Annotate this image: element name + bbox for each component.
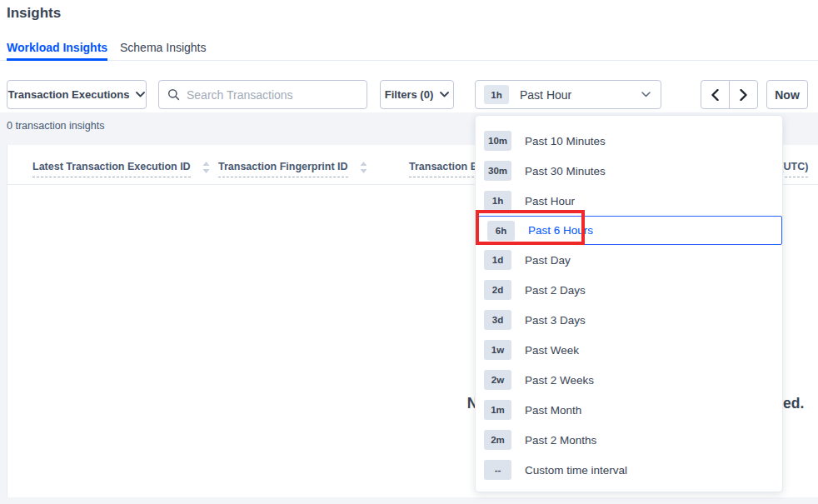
- time-option-label: Past 3 Days: [525, 314, 586, 327]
- time-option[interactable]: 10m Past 10 Minutes: [476, 126, 782, 156]
- time-option-label: Past 10 Minutes: [525, 135, 606, 147]
- column-header[interactable]: Latest Transaction Execution ID: [32, 161, 210, 177]
- time-option[interactable]: 2d Past 2 Days: [476, 275, 782, 305]
- time-option-badge: 3d: [484, 310, 511, 330]
- time-option[interactable]: 3d Past 3 Days: [476, 305, 782, 335]
- time-option-label: Past 6 Hours: [528, 224, 593, 237]
- time-option-badge: 6h: [487, 221, 515, 241]
- tab-schema-insights[interactable]: Schema Insights: [120, 41, 207, 61]
- time-option-label: Past 30 Minutes: [525, 165, 606, 177]
- now-button[interactable]: Now: [766, 80, 808, 109]
- next-range-button[interactable]: [730, 81, 757, 108]
- time-option-label: Past Hour: [525, 195, 575, 207]
- insights-count: 0 transaction insights: [7, 120, 104, 132]
- time-option-label: Past Day: [525, 254, 571, 267]
- sort-icon[interactable]: [202, 162, 210, 173]
- page-header: Insights Workload Insights Schema Insigh…: [0, 0, 818, 112]
- time-interval-label: Past Hour: [520, 88, 631, 102]
- time-option-badge: 1h: [484, 191, 511, 211]
- time-option[interactable]: 2w Past 2 Weeks: [476, 365, 782, 395]
- time-interval-badge: 1h: [484, 85, 509, 104]
- filters-button[interactable]: Filters (0): [380, 80, 454, 109]
- time-option-badge: 10m: [484, 131, 511, 151]
- time-option[interactable]: -- Custom time interval: [476, 455, 782, 485]
- time-option-badge: 2d: [484, 280, 511, 300]
- page-title: Insights: [7, 5, 61, 22]
- sort-icon[interactable]: [360, 162, 367, 173]
- time-option-badge: 1d: [484, 250, 511, 270]
- time-option[interactable]: 2m Past 2 Months: [476, 425, 782, 455]
- tab-bar: Workload Insights Schema Insights: [0, 38, 818, 61]
- time-option[interactable]: 1w Past Week: [476, 335, 782, 365]
- time-option-label: Past Week: [525, 344, 579, 357]
- time-option[interactable]: 1d Past Day: [476, 245, 782, 275]
- time-option-badge: 1m: [484, 400, 511, 420]
- time-interval-select[interactable]: 1h Past Hour: [475, 80, 661, 109]
- time-interval-dropdown: 10m Past 10 Minutes 30m Past 30 Minutes …: [475, 115, 783, 492]
- column-header-label: Latest Transaction Execution ID: [32, 161, 191, 177]
- time-option-label: Custom time interval: [525, 464, 627, 477]
- previous-range-button[interactable]: [701, 81, 730, 108]
- time-option[interactable]: 30m Past 30 Minutes: [476, 156, 782, 186]
- time-option[interactable]: 6h Past 6 Hours: [478, 216, 782, 245]
- time-option-label: Past 2 Weeks: [525, 374, 594, 387]
- search-input[interactable]: [187, 88, 358, 102]
- execution-type-select[interactable]: Transaction Executions: [7, 80, 147, 109]
- search-icon: [167, 88, 180, 101]
- column-header[interactable]: Transaction Fingerprint ID: [218, 161, 367, 177]
- chevron-down-icon: [641, 92, 651, 97]
- insights-page: Insights Workload Insights Schema Insigh…: [0, 0, 818, 504]
- time-option-badge: 30m: [484, 161, 511, 181]
- chevron-left-icon: [711, 89, 719, 101]
- time-option-badge: 2m: [484, 430, 511, 450]
- chevron-right-icon: [740, 89, 747, 101]
- search-box: [158, 80, 367, 109]
- time-option[interactable]: 1m Past Month: [476, 395, 782, 425]
- time-option-badge: 1w: [484, 340, 511, 360]
- time-option-label: Past Month: [525, 404, 581, 417]
- time-range-arrows: [701, 80, 758, 109]
- column-header-label: Transaction Fingerprint ID: [218, 161, 348, 177]
- chevron-down-icon: [440, 92, 449, 97]
- time-option-badge: --: [484, 460, 511, 480]
- time-option-badge: 2w: [484, 370, 511, 390]
- chevron-down-icon: [136, 92, 145, 97]
- time-option[interactable]: 1h Past Hour: [476, 186, 782, 216]
- execution-type-label: Transaction Executions: [8, 88, 130, 101]
- time-option-label: Past 2 Months: [525, 434, 596, 447]
- time-option-label: Past 2 Days: [525, 284, 586, 297]
- tab-workload-insights[interactable]: Workload Insights: [7, 41, 107, 61]
- filters-label: Filters (0): [385, 88, 434, 101]
